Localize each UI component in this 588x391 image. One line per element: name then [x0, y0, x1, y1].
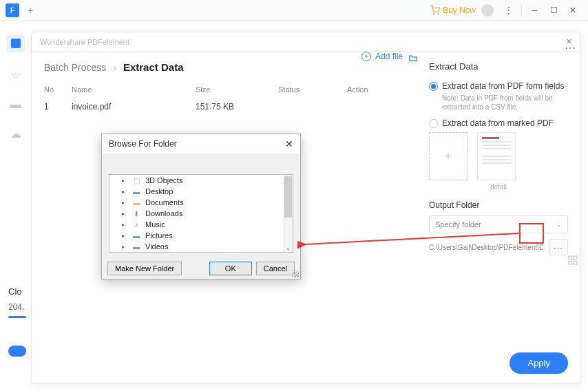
tree-item[interactable]: ▸▬Documents — [109, 197, 293, 208]
dialog-titlebar: Browse For Folder ✕ — [102, 134, 300, 154]
maximize-button[interactable]: ☐ — [544, 3, 563, 17]
table-row[interactable]: 1 invoice.pdf 151.75 KB — [44, 98, 417, 116]
option-form-label: Extract data from PDF form fields — [442, 81, 564, 91]
expand-icon[interactable]: ▸ — [122, 200, 127, 206]
cell-size: 151.75 KB — [196, 102, 278, 112]
breadcrumb-current: Extract Data — [123, 61, 184, 73]
expand-icon[interactable]: ▸ — [122, 244, 127, 250]
chevron-down-icon: ⌄ — [556, 221, 562, 228]
svg-point-0 — [434, 13, 434, 14]
tree-item[interactable]: ▸▬Pictures — [109, 230, 293, 241]
tree-item-label: Desktop — [145, 187, 173, 196]
option-form-fields[interactable]: Extract data from PDF form fields — [429, 81, 568, 91]
cell-status — [278, 102, 347, 112]
breadcrumb-prev[interactable]: Batch Process — [44, 62, 106, 73]
resize-grip-icon[interactable] — [292, 271, 299, 277]
expand-icon[interactable]: ▸ — [122, 211, 127, 217]
svg-rect-4 — [569, 261, 572, 264]
doc-thumb[interactable] — [477, 132, 516, 180]
upgrade-button-fragment[interactable] — [8, 346, 26, 357]
detail-label: detail — [429, 183, 568, 191]
folder-icon: ♪ — [132, 221, 141, 229]
th-status: Status — [278, 85, 347, 94]
overflow-menu-icon[interactable]: ⋯ — [565, 41, 576, 54]
add-file-link[interactable]: + Add file — [361, 52, 403, 61]
tree-item-label: 3D Objects — [145, 176, 182, 184]
browse-folder-button[interactable]: ··· — [549, 239, 568, 255]
th-no: No. — [44, 85, 72, 94]
option-marked-pdf[interactable]: Extract data from marked PDF — [429, 118, 568, 128]
minimize-button[interactable]: ─ — [525, 3, 544, 17]
browse-folder-dialog: Browse For Folder ✕ ▸⬚3D Objects▸▬Deskto… — [101, 134, 301, 279]
folder-icon: ▬ — [132, 232, 141, 240]
tree-item-label: Videos — [145, 242, 168, 251]
progress-bar — [8, 316, 26, 318]
tree-item[interactable]: ▸⬚3D Objects — [109, 175, 293, 186]
expand-icon[interactable]: ▸ — [122, 178, 127, 184]
folder-icon: ⬇ — [132, 210, 141, 218]
plus-circle-icon: + — [361, 52, 371, 61]
modal-header: Wondershare PDFelement ✕ — [32, 32, 580, 52]
modal-app-name: Wondershare PDFelement — [40, 38, 129, 46]
expand-icon[interactable]: ▸ — [122, 189, 127, 195]
tree-item[interactable]: ▸♪Music — [109, 219, 293, 230]
tree-item-label: Documents — [145, 198, 184, 207]
dropdown-label: Specify folder — [435, 220, 481, 229]
th-name: Name — [72, 85, 196, 94]
rail-star-icon[interactable]: ☆ — [11, 69, 21, 82]
buy-now-label: Buy Now — [443, 6, 476, 15]
folder-tree[interactable]: ▸⬚3D Objects▸▬Desktop▸▬Documents▸⬇Downlo… — [109, 174, 293, 253]
file-table-header: No. Name Size Status Action — [44, 81, 417, 98]
rail-folder-icon[interactable]: ▬ — [10, 98, 21, 111]
scrollbar-thumb[interactable] — [284, 176, 292, 218]
menu-dots-icon[interactable]: ⋮ — [499, 3, 518, 17]
avatar-icon[interactable] — [481, 4, 494, 17]
output-path: C:\Users\Gail\Desktop\PDFelement\Da — [429, 244, 543, 251]
rail-home[interactable] — [7, 34, 25, 52]
rail-cloud-icon[interactable]: ☁ — [10, 127, 21, 140]
svg-rect-3 — [574, 256, 577, 260]
cancel-button[interactable]: Cancel — [256, 262, 295, 275]
breadcrumb: Batch Process › Extract Data — [44, 61, 417, 73]
new-tab-button[interactable]: + — [28, 5, 33, 16]
output-folder-dropdown[interactable]: Specify folder ⌄ — [429, 215, 568, 233]
left-panel-fragment: Clo 204. — [8, 286, 26, 370]
th-action: Action — [347, 85, 402, 94]
folder-icon: ▬ — [132, 243, 141, 251]
expand-icon[interactable]: ▸ — [122, 233, 127, 239]
open-folder-icon[interactable] — [408, 53, 418, 65]
expand-icon[interactable]: ▸ — [122, 222, 127, 228]
output-folder-title: Output Folder — [429, 200, 568, 210]
buy-now-link[interactable]: Buy Now — [430, 6, 476, 15]
titlebar: F + Buy Now ⋮ ─ ☐ ✕ — [0, 0, 588, 21]
grid-view-icon[interactable] — [567, 255, 578, 268]
tree-item[interactable]: ▸▬Videos — [109, 241, 293, 252]
app-logo: F — [6, 3, 19, 17]
annotation-highlight — [519, 223, 544, 244]
radio-checked-icon — [429, 82, 438, 91]
option-marked-label: Extract data from marked PDF — [442, 118, 554, 128]
apply-button[interactable]: Apply — [510, 352, 568, 374]
cloud-size-fragment: 204. — [8, 302, 26, 312]
right-title: Extract Data — [429, 61, 568, 72]
cell-action — [347, 102, 402, 112]
chevron-right-icon: › — [113, 62, 116, 73]
option-form-note: Note: Data in PDF from fields will be ex… — [442, 94, 568, 112]
ok-button[interactable]: OK — [209, 262, 252, 275]
make-new-folder-button[interactable]: Make New Folder — [107, 262, 182, 275]
scroll-down-icon[interactable]: ⌄ — [286, 245, 291, 251]
cart-icon — [430, 6, 440, 15]
tree-item[interactable]: ▸▬Desktop — [109, 186, 293, 197]
cell-no: 1 — [44, 102, 72, 112]
add-thumb[interactable]: + — [429, 132, 468, 180]
right-sidebar: Extract Data Extract data from PDF form … — [417, 61, 568, 383]
scrollbar[interactable]: ⌄ — [284, 175, 293, 252]
dialog-close-icon[interactable]: ✕ — [285, 138, 293, 149]
svg-rect-5 — [574, 261, 577, 264]
svg-rect-2 — [569, 256, 572, 260]
close-button[interactable]: ✕ — [563, 3, 582, 17]
cell-name: invoice.pdf — [72, 102, 196, 112]
cloud-label-fragment: Clo — [8, 286, 26, 297]
tree-item-label: Pictures — [145, 231, 173, 240]
tree-item[interactable]: ▸⬇Downloads — [109, 208, 293, 219]
